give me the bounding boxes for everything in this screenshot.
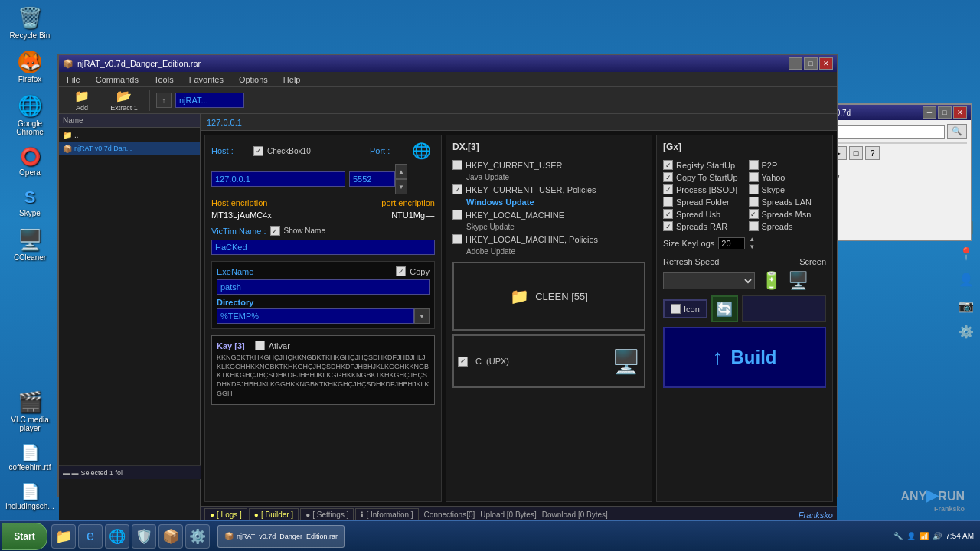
information-button[interactable]: ℹ [ Information ] <box>355 508 418 522</box>
desktop-icon-vlc[interactable]: 🎬 VLC media player <box>4 388 56 435</box>
taskbar-ie-icon[interactable]: e <box>78 524 103 549</box>
settings-button[interactable]: ● [ Settings ] <box>300 508 354 522</box>
gx-cb-spread-usb[interactable] <box>663 209 673 219</box>
rt-icon-4[interactable]: 📷 <box>956 295 976 315</box>
exe-header: ExeName Copy <box>217 266 430 276</box>
opera-label: Opera <box>19 168 41 177</box>
menu-help[interactable]: Help <box>279 73 305 86</box>
port-up-button[interactable]: ▲ <box>395 164 407 179</box>
path-input[interactable]: njRAT... <box>175 93 244 108</box>
edition-btn-3[interactable]: □ <box>849 146 864 160</box>
gx-cb-spreads-lan[interactable] <box>749 197 759 207</box>
size-keylogs-row: Size KeyLogs ▲ ▼ <box>663 236 826 251</box>
exe-input[interactable] <box>217 279 430 295</box>
desktop-icon-firefox[interactable]: 🦊 Firefox <box>4 48 56 86</box>
host-input[interactable] <box>211 171 345 187</box>
edition-btn-4[interactable]: ? <box>865 146 879 160</box>
taskbar-items: 📦 njRAT_v0.7d_Danger_Edition.rar <box>217 525 893 548</box>
dx-item-hkey-local-policies: HKEY_LOCAL_MACHINE, Policies <box>452 234 645 244</box>
gx-cb-copy[interactable] <box>663 172 673 182</box>
gx-cb-process[interactable] <box>663 184 673 194</box>
directory-browse-button[interactable]: ▼ <box>414 308 430 324</box>
java-update-label: Java Update <box>452 173 645 181</box>
taskbar-chrome-icon[interactable]: 🌐 <box>105 524 129 549</box>
gx-cb-yahoo[interactable] <box>749 172 759 182</box>
ip-bar: 127.0.0.1 <box>201 114 837 131</box>
taskbar-explorer-icon[interactable]: 📁 <box>51 524 76 549</box>
desktop-icon-ccleaner[interactable]: 🖥️ CCleaner <box>4 226 56 264</box>
extract-button[interactable]: 📂 Extract 1 <box>105 87 143 113</box>
directory-input[interactable] <box>217 308 414 324</box>
show-name-checkbox[interactable] <box>270 226 280 236</box>
file-row-parent[interactable]: 📁 .. <box>59 128 200 142</box>
icon-button[interactable]: Icon <box>663 299 707 318</box>
menu-options[interactable]: Options <box>235 73 272 86</box>
keylogs-updown[interactable]: ▲ ▼ <box>749 236 755 251</box>
gx-label-yahoo: Yahoo <box>762 173 786 182</box>
gx-cb-registry[interactable] <box>663 160 673 170</box>
gx-cb-spread-folder[interactable] <box>663 197 673 207</box>
gx-cb-spreads[interactable] <box>749 221 759 231</box>
desktop-icon-skype[interactable]: S Skype <box>4 185 56 220</box>
menu-favorites[interactable]: Favorites <box>185 73 227 86</box>
add-label: Add <box>76 104 88 112</box>
copy-checkbox[interactable] <box>396 266 406 276</box>
monitor-icon-2: 🖥️ <box>788 271 808 291</box>
menu-commands[interactable]: Commands <box>92 73 142 86</box>
ativar-checkbox[interactable] <box>255 341 265 350</box>
taskbar-antivirus-icon[interactable]: 🛡️ <box>132 524 156 549</box>
port-down-button[interactable]: ▼ <box>395 179 407 194</box>
build-button[interactable]: ↑ Build <box>663 327 826 388</box>
desktop-icon-opera[interactable]: ⭕ Opera <box>4 145 56 179</box>
dx-cb-3[interactable] <box>452 210 462 220</box>
maximize-button[interactable]: □ <box>804 57 818 70</box>
nav-up-button[interactable]: ↑ <box>156 93 172 108</box>
taskbar-njrat-item[interactable]: 📦 njRAT_v0.7d_Danger_Edition.rar <box>217 525 345 548</box>
checkbox-host[interactable] <box>253 146 263 156</box>
dx-cb-1[interactable] <box>452 160 462 170</box>
close-button[interactable]: ✕ <box>819 57 833 70</box>
file-row-njrat[interactable]: 📦 njRAT v0.7d Dan... <box>59 142 200 155</box>
refresh-select[interactable] <box>663 272 755 289</box>
minimize-button[interactable]: ─ <box>789 57 802 70</box>
port-input[interactable] <box>349 171 395 187</box>
edition-search-button[interactable]: 🔍 <box>947 124 967 139</box>
gx-cb-spreads-rar[interactable] <box>663 221 673 231</box>
dx-cb-4[interactable] <box>452 234 462 244</box>
gx-registry-startup: Registy StartUp <box>663 160 741 170</box>
desktop-icon-coffeehim[interactable]: 📄 coffeehim.rtf <box>4 441 56 474</box>
menu-bar: File Commands Tools Favorites Options He… <box>59 72 837 87</box>
upx-checkbox[interactable] <box>458 357 468 367</box>
gx-spread-folder: Spread Folder <box>663 197 741 207</box>
desktop-icon-recycle-bin[interactable]: 🗑️ Recycle Bin <box>4 4 56 42</box>
desktop-icon-includingsch[interactable]: 📄 includingsch... <box>4 480 56 513</box>
desktop-icon-chrome[interactable]: 🌐 Google Chrome <box>4 92 56 139</box>
gx-spreads-msn: Spreads Msn <box>749 209 827 219</box>
logs-button[interactable]: ● [ Logs ] <box>204 508 247 522</box>
start-button[interactable]: Start <box>2 523 47 550</box>
rt-icon-2[interactable]: 📍 <box>956 243 976 263</box>
add-button[interactable]: 📁 Add <box>63 87 101 113</box>
host-input-row: ▲ ▼ <box>211 164 435 194</box>
gx-cb-spreads-msn[interactable] <box>749 209 759 219</box>
refresh-button[interactable]: 🔄 <box>711 295 738 322</box>
menu-file[interactable]: File <box>63 73 84 86</box>
edition-close[interactable]: ✕ <box>953 106 967 119</box>
dx-cb-2[interactable] <box>452 184 462 194</box>
gx-cb-p2p[interactable] <box>749 160 759 170</box>
size-keylogs-input[interactable] <box>718 237 745 249</box>
tray-icon-1: 🔧 <box>893 532 903 540</box>
firefox-icon: 🦊 <box>18 51 41 73</box>
rt-icon-5[interactable]: ⚙️ <box>956 321 976 341</box>
rt-icon-3[interactable]: 👤 <box>956 269 976 289</box>
edition-minimize[interactable]: ─ <box>923 106 936 119</box>
icon-checkbox[interactable] <box>671 304 681 314</box>
menu-tools[interactable]: Tools <box>150 73 178 86</box>
gx-cb-skype[interactable] <box>749 184 759 194</box>
builder-button[interactable]: ● [ Builder ] <box>249 508 299 522</box>
taskbar-app5-icon[interactable]: ⚙️ <box>185 524 210 549</box>
edition-maximize[interactable]: □ <box>938 106 952 119</box>
victim-input[interactable] <box>211 240 435 255</box>
taskbar-winrar-icon[interactable]: 📦 <box>158 524 183 549</box>
build-label: Build <box>731 347 777 368</box>
